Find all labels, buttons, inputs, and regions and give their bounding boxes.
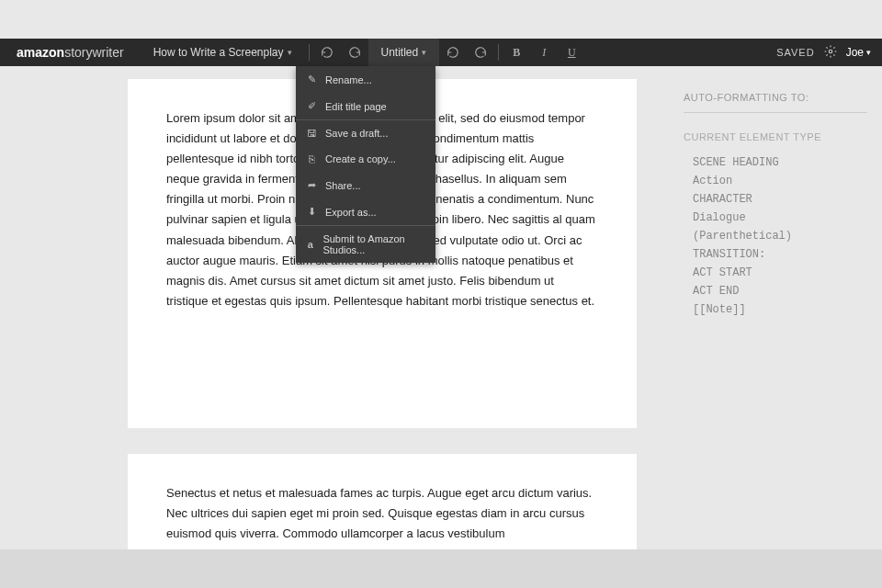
menu-copy[interactable]: ⎘Create a copy... bbox=[296, 146, 435, 172]
autofmt-label: AUTO-FORMATTING TO: bbox=[684, 92, 867, 103]
undo-button[interactable] bbox=[313, 39, 341, 66]
menu-rename[interactable]: ✎Rename... bbox=[296, 66, 435, 93]
redo-button[interactable] bbox=[341, 39, 368, 66]
type-parenthetical[interactable]: (Parenthetical) bbox=[684, 227, 867, 245]
underline-button[interactable]: U bbox=[558, 39, 585, 66]
divider bbox=[684, 112, 867, 113]
type-act-start[interactable]: ACT START bbox=[684, 264, 867, 282]
undo-button-2[interactable] bbox=[439, 39, 467, 66]
content-area: Lorem ipsum dolor sit amet, consectetur … bbox=[0, 66, 882, 588]
user-menu[interactable]: Joe▾ bbox=[846, 46, 871, 59]
howto-label: How to Write a Screenplay bbox=[153, 46, 284, 59]
sidebar: AUTO-FORMATTING TO: CURRENT ELEMENT TYPE… bbox=[684, 92, 867, 319]
download-icon: ⬇ bbox=[305, 206, 318, 218]
menu-share[interactable]: ➦Share... bbox=[296, 172, 435, 198]
svg-point-0 bbox=[829, 50, 832, 53]
menu-submit[interactable]: aSubmit to Amazon Studios... bbox=[296, 226, 435, 263]
chevron-down-icon: ▾ bbox=[422, 48, 426, 57]
document-name: Untitled bbox=[381, 46, 419, 59]
type-act-end[interactable]: ACT END bbox=[684, 282, 867, 300]
document-menu-trigger[interactable]: Untitled▾ bbox=[368, 39, 440, 66]
amazon-icon: a bbox=[305, 239, 315, 250]
howto-link[interactable]: How to Write a Screenplay▾ bbox=[141, 39, 305, 66]
user-name: Joe bbox=[846, 46, 864, 59]
logo: amazonstorywriter bbox=[0, 45, 141, 60]
bold-button[interactable]: B bbox=[503, 39, 530, 66]
divider bbox=[309, 44, 310, 61]
type-character[interactable]: CHARACTER bbox=[684, 190, 867, 209]
type-action[interactable]: Action bbox=[684, 172, 867, 190]
save-status: SAVED bbox=[776, 47, 814, 58]
document-dropdown: ✎Rename... ✐Edit title page 🖫Save a draf… bbox=[296, 66, 435, 263]
gear-icon[interactable] bbox=[824, 45, 837, 61]
type-note[interactable]: [[Note]] bbox=[684, 300, 867, 319]
edit-icon: ✐ bbox=[305, 100, 318, 112]
chevron-down-icon: ▾ bbox=[866, 48, 871, 57]
logo-product: storywriter bbox=[64, 45, 124, 60]
menu-export[interactable]: ⬇Export as... bbox=[296, 198, 435, 225]
share-icon: ➦ bbox=[305, 179, 318, 191]
divider bbox=[498, 44, 499, 61]
menu-edit-title[interactable]: ✐Edit title page bbox=[296, 93, 435, 119]
chevron-down-icon: ▾ bbox=[288, 48, 292, 57]
menu-save-draft[interactable]: 🖫Save a draft... bbox=[296, 120, 435, 146]
type-dialogue[interactable]: Dialogue bbox=[684, 209, 867, 227]
redo-button-2[interactable] bbox=[467, 39, 494, 66]
type-scene-heading[interactable]: SCENE HEADING bbox=[684, 153, 867, 172]
footer-bar bbox=[0, 549, 882, 588]
pencil-icon: ✎ bbox=[305, 74, 318, 85]
topbar: amazonstorywriter How to Write a Screenp… bbox=[0, 39, 882, 66]
logo-brand: amazon bbox=[17, 45, 64, 60]
current-type-label: CURRENT ELEMENT TYPE bbox=[684, 131, 867, 142]
element-type-list: SCENE HEADING Action CHARACTER Dialogue … bbox=[684, 153, 867, 319]
italic-button[interactable]: I bbox=[530, 39, 558, 66]
copy-icon: ⎘ bbox=[305, 153, 318, 164]
save-icon: 🖫 bbox=[305, 128, 318, 139]
type-transition[interactable]: TRANSITION: bbox=[684, 245, 867, 264]
